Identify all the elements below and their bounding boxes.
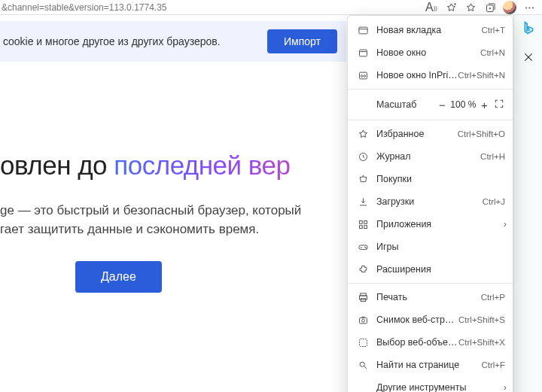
webcapture-icon [355,315,370,326]
menu-label: Печать [376,292,481,302]
svg-rect-19 [364,220,367,223]
chevron-right-icon: › [504,382,507,392]
fullscreen-icon[interactable] [492,99,507,111]
zoom-out-button[interactable]: − [434,99,449,111]
svg-point-31 [361,319,364,322]
webselect-icon [355,337,370,348]
svg-point-33 [360,362,364,366]
svg-rect-10 [358,27,367,34]
menu-webcapture[interactable]: Снимок веб-страницы Ctrl+Shift+S [348,308,513,331]
menu-separator [348,120,513,120]
svg-point-15 [361,74,363,77]
menu-webselect[interactable]: Выбор веб-объектов Ctrl+Shift+X [348,331,513,354]
menu-label: Избранное [376,129,458,139]
menu-label: Журнал [376,151,480,162]
menu-separator [348,283,513,284]
new-tab-icon [355,25,370,36]
subtext-line1: ge — это быстрый и безопасный браузер, к… [0,202,346,220]
favorites-icon [355,129,370,140]
sidebar-close-icon[interactable] [514,44,542,71]
menu-shortcut: Ctrl+Shift+O [458,129,505,138]
svg-point-26 [365,248,366,248]
chevron-right-icon: › [504,219,507,229]
menu-label: Загрузки [376,196,483,207]
menu-label: Расширения [376,264,505,275]
zoom-label: Масштаб [376,99,416,110]
svg-rect-12 [359,50,367,56]
menu-shortcut: Ctrl+H [480,152,505,161]
bing-icon[interactable] [514,15,542,42]
menu-label: Найти на странице [376,360,481,370]
svg-rect-21 [364,225,367,228]
print-icon [355,292,370,303]
menu-print[interactable]: Печать Ctrl+P [348,286,513,308]
profile-avatar[interactable] [500,0,519,15]
zoom-in-button[interactable]: + [477,99,492,111]
favorites-star-icon[interactable] [461,0,480,15]
menu-new-window[interactable]: Новое окно Ctrl+N [348,41,513,64]
menu-shortcut: Ctrl+Shift+X [458,338,505,347]
shopping-icon [355,174,370,185]
menu-shortcut: Ctrl+P [481,293,505,302]
next-button[interactable]: Далее [75,261,162,293]
menu-label: Новая вкладка [376,25,481,35]
svg-rect-29 [361,298,365,301]
sidebar-column [513,15,542,392]
menu-favorites[interactable]: Избранное Ctrl+Shift+O [348,123,513,145]
import-banner-text: cookie и многое другое из других браузер… [3,35,221,47]
svg-rect-18 [359,220,362,223]
zoom-value: 100 % [449,99,477,110]
inprivate-icon [355,70,370,81]
menu-shortcut: Ctrl+N [480,48,505,57]
menu-apps[interactable]: Приложения › [348,213,513,236]
menu-label: Новое окно InPrivate [376,70,458,81]
subtext-line2: гает защитить данные и сэкономить время. [0,220,346,239]
import-button[interactable]: Импорт [267,29,337,53]
svg-point-5 [525,7,527,8]
menu-new-inprivate[interactable]: Новое окно InPrivate Ctrl+Shift+N [348,64,513,87]
headline-part1: овлен до [0,150,114,180]
read-aloud-icon[interactable]: A)) [422,0,441,15]
menu-extensions[interactable]: Расширения [348,258,513,281]
menu-shopping[interactable]: Покупки [348,168,513,190]
history-icon [355,151,370,163]
menu-downloads[interactable]: Загрузки Ctrl+J [348,190,513,213]
app-menu: Новая вкладка Ctrl+T Новое окно Ctrl+N Н… [347,15,513,392]
menu-label: Новое окно [376,47,480,58]
svg-rect-32 [359,339,367,346]
menu-shortcut: Ctrl+J [483,197,505,206]
svg-point-25 [364,247,365,248]
menu-more-tools[interactable]: Другие инструменты › [348,376,513,392]
downloads-icon [355,196,370,208]
menu-label: Игры [376,242,505,252]
menu-label: Приложения [376,219,505,229]
more-menu-icon[interactable] [519,0,539,15]
headline: овлен до последней вер [0,150,346,181]
menu-label: Покупки [376,174,505,184]
menu-new-tab[interactable]: Новая вкладка Ctrl+T [348,19,513,41]
find-icon [355,360,370,371]
menu-label: Другие инструменты [376,382,505,392]
games-icon [355,242,370,253]
svg-point-16 [364,74,366,77]
menu-label: Выбор веб-объектов [376,337,458,348]
favorites-add-icon[interactable] [441,0,461,15]
svg-point-6 [528,7,530,8]
menu-history[interactable]: Журнал Ctrl+H [348,145,513,168]
browser-toolbar: A)) [422,0,542,15]
subtext: ge — это быстрый и безопасный браузер, к… [0,202,346,239]
menu-shortcut: Ctrl+F [481,360,505,369]
welcome-content: овлен до последней вер ge — это быстрый … [0,150,346,293]
menu-games[interactable]: Игры [348,236,513,258]
svg-rect-30 [359,318,367,324]
svg-rect-20 [359,225,362,228]
collections-icon[interactable] [480,0,500,15]
svg-line-34 [364,366,366,368]
headline-gradient: последней вер [114,150,290,180]
import-banner: cookie и многое другое из других браузер… [0,21,346,62]
svg-point-7 [531,7,533,8]
menu-shortcut: Ctrl+Shift+N [458,71,505,80]
menu-shortcut: Ctrl+Shift+S [458,315,505,324]
menu-find[interactable]: Найти на странице Ctrl+F [348,354,513,376]
menu-separator [348,89,513,90]
